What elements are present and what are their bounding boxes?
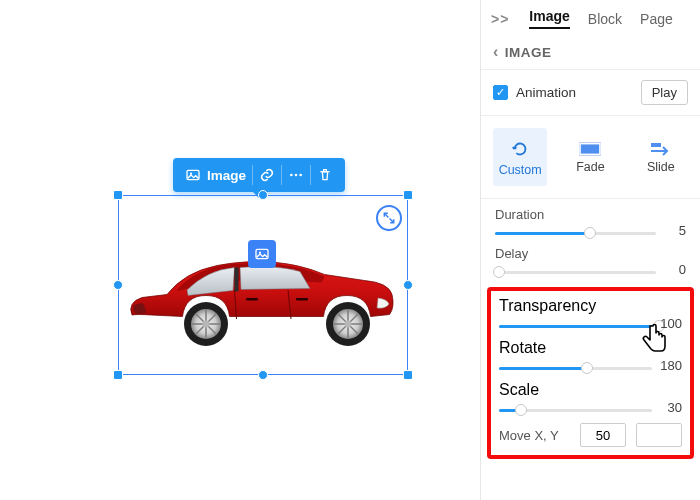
toolbar-link-button[interactable] xyxy=(253,158,281,192)
svg-rect-26 xyxy=(651,143,661,147)
resize-handle-n[interactable] xyxy=(258,190,268,200)
move-x-input[interactable] xyxy=(580,423,626,447)
preset-custom[interactable]: Custom xyxy=(493,128,547,186)
preset-slide[interactable]: Slide xyxy=(634,128,688,186)
svg-rect-0 xyxy=(187,170,199,179)
resize-handle-w[interactable] xyxy=(113,280,123,290)
resize-handle-s[interactable] xyxy=(258,370,268,380)
fade-icon xyxy=(579,141,601,157)
svg-point-3 xyxy=(295,174,298,177)
breadcrumb[interactable]: ‹ IMAGE xyxy=(481,35,700,69)
tab-image[interactable]: Image xyxy=(529,8,569,29)
toolbar-delete-button[interactable] xyxy=(311,158,339,192)
link-icon xyxy=(259,167,275,183)
tabs-overflow-button[interactable]: >> xyxy=(491,11,509,27)
duration-slider[interactable]: 5 xyxy=(495,226,686,240)
scale-label: Scale xyxy=(499,381,682,399)
transparency-label: Transparency xyxy=(499,297,682,315)
canvas[interactable]: Image xyxy=(0,0,480,500)
selected-image[interactable] xyxy=(118,195,408,375)
resize-handle-se[interactable] xyxy=(403,370,413,380)
svg-point-4 xyxy=(299,174,302,177)
animation-toggle[interactable]: ✓ Animation xyxy=(493,85,576,100)
trash-icon xyxy=(317,167,333,183)
resize-handle-sw[interactable] xyxy=(113,370,123,380)
delay-label: Delay xyxy=(495,246,686,261)
slide-icon xyxy=(649,141,673,157)
image-icon xyxy=(185,167,201,183)
toolbar-image-button[interactable]: Image xyxy=(179,158,252,192)
duration-label: Duration xyxy=(495,207,686,222)
custom-icon xyxy=(509,138,531,160)
preset-custom-label: Custom xyxy=(499,163,542,177)
checkbox-checked-icon: ✓ xyxy=(493,85,508,100)
breadcrumb-label: IMAGE xyxy=(505,45,552,60)
rotate-slider[interactable]: 180 xyxy=(499,361,682,375)
svg-rect-24 xyxy=(581,144,599,153)
move-y-input[interactable] xyxy=(636,423,682,447)
preset-fade[interactable]: Fade xyxy=(563,128,617,186)
toolbar-more-button[interactable] xyxy=(282,158,310,192)
resize-handle-ne[interactable] xyxy=(403,190,413,200)
inspector-panel: >> Image Block Page ‹ IMAGE ✓ Animation … xyxy=(480,0,700,500)
rotate-value: 180 xyxy=(660,358,682,373)
scale-slider[interactable]: 30 xyxy=(499,403,682,417)
highlighted-region: Transparency 100 Rotate 180 Scale 30 Mov… xyxy=(487,287,694,459)
svg-point-2 xyxy=(290,174,293,177)
play-button[interactable]: Play xyxy=(641,80,688,105)
resize-handle-nw[interactable] xyxy=(113,190,123,200)
move-xy-label: Move X, Y xyxy=(499,428,570,443)
resize-handle-e[interactable] xyxy=(403,280,413,290)
tab-block[interactable]: Block xyxy=(588,11,622,27)
transparency-value: 100 xyxy=(660,316,682,331)
toolbar-image-label: Image xyxy=(207,168,246,183)
animation-toggle-label: Animation xyxy=(516,85,576,100)
selection-toolbar: Image xyxy=(173,158,345,192)
preset-slide-label: Slide xyxy=(647,160,675,174)
scale-value: 30 xyxy=(668,400,682,415)
preset-fade-label: Fade xyxy=(576,160,605,174)
duration-value: 5 xyxy=(679,223,686,238)
tab-page[interactable]: Page xyxy=(640,11,673,27)
transparency-slider[interactable]: 100 xyxy=(499,319,682,333)
chevron-left-icon: ‹ xyxy=(493,43,499,61)
ellipsis-icon xyxy=(288,167,304,183)
delay-slider[interactable]: 0 xyxy=(495,265,686,279)
rotate-label: Rotate xyxy=(499,339,682,357)
delay-value: 0 xyxy=(679,262,686,277)
